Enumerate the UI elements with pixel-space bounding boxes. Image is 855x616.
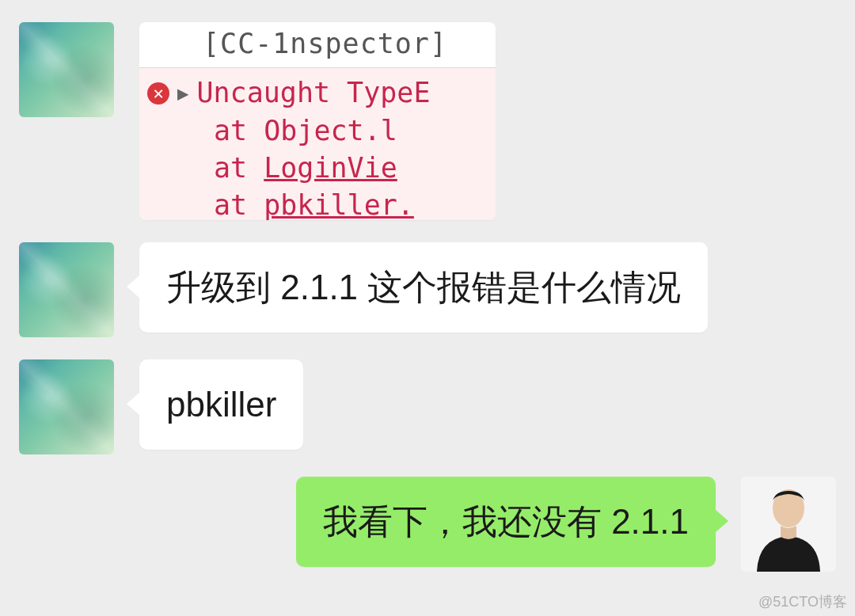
image-attachment[interactable]: [CC-1nspector] ✕ ▶ Uncaught TypeE at Obj… xyxy=(139,22,496,220)
console-error-header: ✕ ▶ Uncaught TypeE xyxy=(147,74,488,112)
message-bubble-3[interactable]: pbkiller xyxy=(139,359,303,450)
error-icon: ✕ xyxy=(147,82,169,105)
avatar-other-user[interactable] xyxy=(19,22,114,117)
avatar-other-user[interactable] xyxy=(19,242,114,337)
stack-line-2: at LoginVie xyxy=(147,150,488,187)
avatar-self-user[interactable] xyxy=(741,477,836,572)
message-bubble-2[interactable]: 升级到 2.1.1 这个报错是什么情况 xyxy=(139,242,708,333)
message-text: 我看下，我还没有 2.1.1 xyxy=(323,497,689,546)
stack-line-1: at Object.l xyxy=(147,112,488,150)
expand-triangle-icon: ▶ xyxy=(177,81,188,106)
chat-container: [CC-1nspector] ✕ ▶ Uncaught TypeE at Obj… xyxy=(0,0,855,591)
console-screenshot: [CC-1nspector] ✕ ▶ Uncaught TypeE at Obj… xyxy=(139,22,496,220)
message-bubble-4[interactable]: 我看下，我还没有 2.1.1 xyxy=(296,477,716,567)
message-row-2: 升级到 2.1.1 这个报错是什么情况 xyxy=(19,242,836,337)
message-row-4: 我看下，我还没有 2.1.1 xyxy=(19,477,836,572)
avatar-self-icon xyxy=(741,477,836,572)
watermark-text: @51CTO博客 xyxy=(758,592,847,611)
message-row-3: pbkiller xyxy=(19,359,836,454)
message-text: pbkiller xyxy=(166,380,276,429)
console-error-section: ✕ ▶ Uncaught TypeE at Object.l at LoginV… xyxy=(139,67,496,220)
error-title-text: Uncaught TypeE xyxy=(196,74,430,112)
console-log-line: [CC-1nspector] xyxy=(139,25,496,63)
message-text: 升级到 2.1.1 这个报错是什么情况 xyxy=(166,263,681,312)
avatar-other-user[interactable] xyxy=(19,359,114,454)
message-row-1: [CC-1nspector] ✕ ▶ Uncaught TypeE at Obj… xyxy=(19,22,836,220)
stack-line-3: at pbkiller. xyxy=(147,187,488,220)
